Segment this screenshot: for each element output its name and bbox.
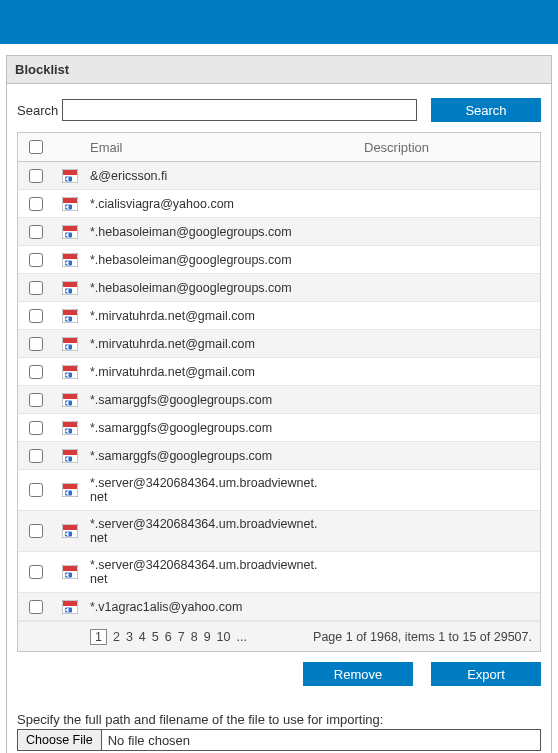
row-email: *.v1agrac1alis@yahoo.com [86, 594, 326, 620]
import-caption: Specify the full path and filename of th… [17, 712, 541, 727]
block-entry-icon[interactable] [62, 393, 78, 407]
header-checkbox-cell [18, 140, 54, 154]
row-description [326, 338, 506, 350]
svg-rect-1 [63, 170, 77, 175]
row-email: *.mirvatuhrda.net@gmail.com [86, 303, 326, 329]
table-row: *.samarggfs@googlegroups.com [18, 414, 540, 442]
pager-page-9[interactable]: 9 [204, 630, 211, 644]
row-email: *.hebasoleiman@googlegroups.com [86, 247, 326, 273]
row-email: *.cialisviagra@yahoo.com [86, 191, 326, 217]
svg-rect-43 [63, 601, 77, 606]
svg-rect-7 [63, 226, 77, 231]
row-checkbox[interactable] [29, 524, 43, 538]
row-description [326, 310, 506, 322]
row-email: *.hebasoleiman@googlegroups.com [86, 275, 326, 301]
search-input[interactable] [62, 99, 417, 121]
table-row: *.samarggfs@googlegroups.com [18, 386, 540, 414]
remove-button[interactable]: Remove [303, 662, 413, 686]
search-button[interactable]: Search [431, 98, 541, 122]
pager-page-3[interactable]: 3 [126, 630, 133, 644]
svg-rect-22 [63, 366, 77, 371]
pager-page-8[interactable]: 8 [191, 630, 198, 644]
header-email[interactable]: Email [86, 140, 360, 155]
row-checkbox[interactable] [29, 600, 43, 614]
row-description [326, 254, 506, 266]
table-row: *.v1agrac1alis@yahoo.com [18, 593, 540, 621]
row-checkbox[interactable] [29, 393, 43, 407]
block-entry-icon[interactable] [62, 337, 78, 351]
row-email: *.server@3420684364.um.broadviewnet.net [86, 511, 326, 551]
block-entry-icon[interactable] [62, 421, 78, 435]
block-entry-icon[interactable] [62, 449, 78, 463]
row-email: *.mirvatuhrda.net@gmail.com [86, 359, 326, 385]
panel-body: Search Search Email Description &@ericss… [7, 84, 551, 753]
pager-page-5[interactable]: 5 [152, 630, 159, 644]
row-checkbox[interactable] [29, 483, 43, 497]
block-entry-icon[interactable] [62, 524, 78, 538]
row-checkbox[interactable] [29, 337, 43, 351]
block-entry-icon[interactable] [62, 225, 78, 239]
block-entry-icon[interactable] [62, 309, 78, 323]
block-entry-icon[interactable] [62, 600, 78, 614]
table-row: *.server@3420684364.um.broadviewnet.net [18, 470, 540, 511]
pager-page-1[interactable]: 1 [90, 629, 107, 645]
block-entry-icon[interactable] [62, 281, 78, 295]
row-description [326, 170, 506, 182]
pager-page-6[interactable]: 6 [165, 630, 172, 644]
pager-pages: 12345678910... [86, 629, 313, 645]
import-section: Specify the full path and filename of th… [17, 712, 541, 753]
svg-rect-37 [63, 525, 77, 530]
row-checkbox[interactable] [29, 225, 43, 239]
table-row: *.hebasoleiman@googlegroups.com [18, 274, 540, 302]
row-description [326, 198, 506, 210]
row-email: &@ericsson.fi [86, 163, 326, 189]
row-checkbox[interactable] [29, 449, 43, 463]
row-description [326, 450, 506, 462]
app-topbar [0, 0, 558, 44]
svg-rect-34 [63, 484, 77, 489]
block-entry-icon[interactable] [62, 565, 78, 579]
block-entry-icon[interactable] [62, 365, 78, 379]
row-checkbox[interactable] [29, 197, 43, 211]
row-checkbox[interactable] [29, 281, 43, 295]
row-email: *.server@3420684364.um.broadviewnet.net [86, 552, 326, 592]
row-checkbox[interactable] [29, 365, 43, 379]
choose-file-button[interactable]: Choose File [18, 730, 102, 750]
pager-page-10[interactable]: 10 [217, 630, 231, 644]
block-entry-icon[interactable] [62, 253, 78, 267]
export-button[interactable]: Export [431, 662, 541, 686]
table-row: *.hebasoleiman@googlegroups.com [18, 246, 540, 274]
pager-more[interactable]: ... [236, 630, 246, 644]
header-description[interactable]: Description [360, 140, 540, 155]
row-email: *.mirvatuhrda.net@gmail.com [86, 331, 326, 357]
svg-rect-13 [63, 282, 77, 287]
row-description [326, 422, 506, 434]
table-row: *.samarggfs@googlegroups.com [18, 442, 540, 470]
grid-body: &@ericsson.fi*.cialisviagra@yahoo.com*.h… [18, 162, 540, 621]
select-all-checkbox[interactable] [29, 140, 43, 154]
row-checkbox[interactable] [29, 565, 43, 579]
row-checkbox[interactable] [29, 169, 43, 183]
grid-pager: 12345678910... Page 1 of 1968, items 1 t… [18, 621, 540, 651]
row-description [326, 525, 506, 537]
blocklist-grid: Email Description &@ericsson.fi*.cialisv… [17, 132, 541, 652]
table-row: *.hebasoleiman@googlegroups.com [18, 218, 540, 246]
chosen-file-label: No file chosen [102, 730, 540, 750]
pager-page-2[interactable]: 2 [113, 630, 120, 644]
table-row: *.mirvatuhrda.net@gmail.com [18, 330, 540, 358]
panel-title: Blocklist [7, 56, 551, 84]
pager-page-4[interactable]: 4 [139, 630, 146, 644]
block-entry-icon[interactable] [62, 483, 78, 497]
row-description [326, 566, 506, 578]
row-description [326, 226, 506, 238]
svg-rect-4 [63, 198, 77, 203]
pager-page-7[interactable]: 7 [178, 630, 185, 644]
row-checkbox[interactable] [29, 253, 43, 267]
row-checkbox[interactable] [29, 421, 43, 435]
search-label: Search [17, 103, 58, 118]
row-checkbox[interactable] [29, 309, 43, 323]
block-entry-icon[interactable] [62, 197, 78, 211]
svg-rect-40 [63, 566, 77, 571]
block-entry-icon[interactable] [62, 169, 78, 183]
svg-rect-25 [63, 394, 77, 399]
